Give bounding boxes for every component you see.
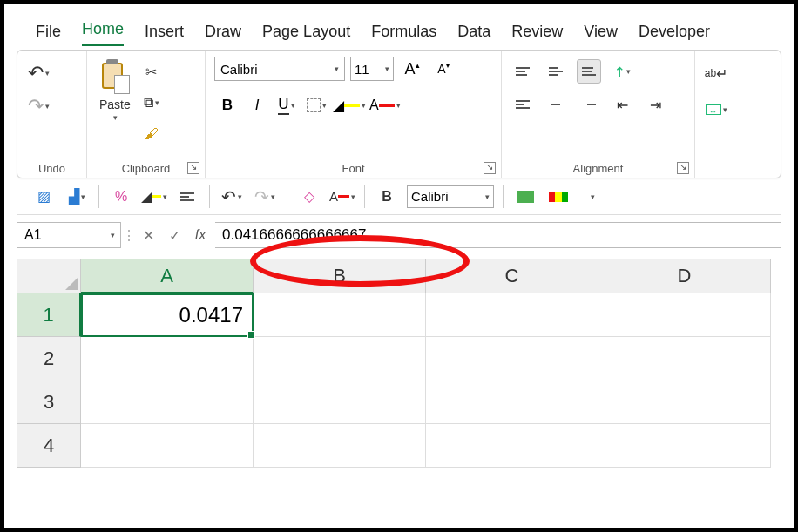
group-wrap: ab↵ ↔▾	[695, 51, 781, 178]
clipboard-dialog-launcher[interactable]: ↘	[187, 162, 200, 174]
increase-font-button[interactable]: A▴	[399, 56, 425, 82]
tab-file[interactable]: File	[36, 23, 61, 46]
row-header-4[interactable]: 4	[17, 424, 81, 468]
bold-button[interactable]: B	[214, 92, 240, 118]
align-top-icon	[516, 67, 530, 76]
tab-review[interactable]: Review	[511, 23, 563, 46]
cell-colors-icon	[549, 192, 568, 202]
qat-more-button[interactable]: ▾	[578, 184, 605, 210]
font-size-select[interactable]: 11▾	[350, 57, 394, 81]
tab-developer[interactable]: Developer	[639, 23, 710, 46]
group-undo-label: Undo	[26, 158, 78, 176]
cell-C3[interactable]	[426, 380, 598, 424]
wrap-text-button[interactable]: ab↵	[704, 61, 728, 85]
qat-align-button[interactable]	[174, 184, 200, 210]
cell-C4[interactable]	[426, 424, 598, 468]
row-header-3[interactable]: 3	[17, 380, 81, 424]
tab-page-layout[interactable]: Page Layout	[262, 23, 350, 46]
underline-label: U	[278, 96, 288, 115]
align-top-button[interactable]	[511, 59, 535, 84]
col-header-C[interactable]: C	[426, 259, 598, 293]
accept-formula-button[interactable]: ✓	[163, 222, 186, 248]
cell-D1[interactable]	[598, 293, 771, 337]
fx-button[interactable]: fx	[189, 222, 212, 248]
align-left-button[interactable]	[511, 92, 535, 117]
group-alignment: ↗▾ ⇤ ⇥ Alignment↘	[502, 51, 695, 178]
decrease-font-button[interactable]: A▾	[430, 56, 456, 82]
increase-indent-button[interactable]: ⇥	[643, 92, 667, 117]
select-all-corner[interactable]	[17, 259, 81, 293]
decrease-indent-button[interactable]: ⇤	[610, 92, 634, 117]
cell-D3[interactable]	[598, 380, 771, 424]
col-header-D[interactable]: D	[598, 259, 771, 293]
cell-B3[interactable]	[254, 380, 426, 424]
x-icon: ✕	[143, 227, 154, 244]
col-header-A[interactable]: A	[81, 259, 254, 293]
tab-view[interactable]: View	[584, 23, 618, 46]
qat-undo-button[interactable]: ↶▾	[219, 184, 245, 210]
name-box-value: A1	[24, 227, 42, 243]
tab-insert[interactable]: Insert	[145, 23, 184, 46]
font-color-button[interactable]: A▾	[369, 92, 401, 118]
cut-button[interactable]: ✂	[139, 59, 164, 84]
column-headers: A B C D	[17, 259, 794, 293]
font-dialog-launcher[interactable]: ↘	[484, 162, 496, 174]
qat-fontcolor-button[interactable]: A▾	[329, 184, 355, 210]
col-header-B[interactable]: B	[254, 259, 426, 293]
format-painter-button[interactable]: 🖌	[139, 122, 164, 146]
qat-cellstyle-button[interactable]	[512, 184, 538, 210]
cell-C2[interactable]	[426, 337, 598, 380]
cell-D2[interactable]	[598, 337, 771, 380]
row-header-1[interactable]: 1	[17, 293, 81, 337]
cell-B2[interactable]	[254, 337, 426, 380]
tab-draw[interactable]: Draw	[205, 23, 241, 46]
cancel-formula-button[interactable]: ✕	[137, 222, 159, 248]
cell-A3[interactable]	[81, 380, 254, 424]
formula-input[interactable]: 0.0416666666666667	[215, 222, 781, 248]
name-box[interactable]: A1▾	[17, 222, 121, 248]
cell-B4[interactable]	[254, 424, 426, 468]
qat-font-select[interactable]: Calibri▾	[407, 185, 494, 208]
align-bottom-button[interactable]	[577, 59, 601, 84]
tab-home[interactable]: Home	[82, 20, 124, 46]
qat-percent-button[interactable]: %	[108, 184, 134, 210]
cell-A1[interactable]: 0.0417	[81, 293, 254, 337]
tab-data[interactable]: Data	[457, 23, 490, 46]
cell-C1[interactable]	[426, 293, 598, 337]
qat-chart-button[interactable]: ▟▾	[64, 184, 90, 210]
tab-formulas[interactable]: Formulas	[371, 23, 436, 46]
undo-button[interactable]: ↶▾	[26, 61, 51, 85]
cell-B1[interactable]	[254, 293, 426, 337]
qat-bold-button[interactable]: B	[374, 184, 400, 210]
merge-button[interactable]: ↔▾	[704, 98, 728, 122]
border-button[interactable]: ▾	[303, 92, 329, 118]
redo-button[interactable]: ↷▾	[26, 94, 51, 118]
qat-clear-button[interactable]: ◇	[296, 184, 322, 210]
align-middle-button[interactable]	[544, 59, 568, 84]
row-2: 2	[17, 337, 794, 380]
cell-A2[interactable]	[81, 337, 254, 380]
wrap-label: ab	[705, 67, 716, 79]
align-middle-icon	[549, 67, 563, 76]
font-name-select[interactable]: Calibri▾	[214, 57, 345, 81]
qat-3d-button[interactable]: ▨	[30, 184, 57, 210]
qat-redo-button[interactable]: ↷▾	[252, 184, 278, 210]
check-icon: ✓	[169, 227, 180, 244]
underline-button[interactable]: U▾	[274, 92, 300, 118]
copy-button[interactable]: ⧉▾	[139, 91, 164, 115]
group-font-label: Font	[342, 162, 364, 175]
row-header-2[interactable]: 2	[17, 337, 81, 380]
cell-A4[interactable]	[81, 424, 254, 468]
brush-icon: 🖌	[145, 126, 159, 142]
qat-cellformat-button[interactable]	[545, 184, 571, 210]
orientation-button[interactable]: ↗▾	[610, 59, 634, 84]
italic-button[interactable]: I	[244, 92, 270, 118]
qat-fillcolor-button[interactable]: ◢▾	[141, 184, 167, 210]
cell-D4[interactable]	[598, 424, 771, 468]
align-center-button[interactable]	[544, 92, 568, 117]
align-right-button[interactable]	[577, 92, 601, 117]
alignment-dialog-launcher[interactable]: ↘	[677, 162, 689, 174]
paste-icon	[100, 57, 130, 96]
paste-button[interactable]: Paste ▾	[96, 56, 134, 124]
fill-color-button[interactable]: ◢▾	[333, 92, 366, 118]
